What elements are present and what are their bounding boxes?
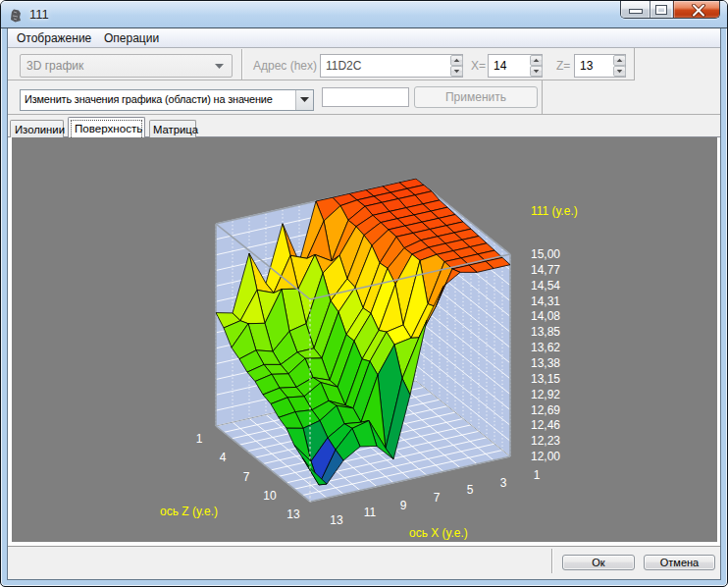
svg-text:3: 3	[500, 476, 507, 490]
svg-text:13: 13	[330, 513, 343, 527]
svg-text:1: 1	[196, 432, 203, 446]
svg-text:4: 4	[220, 451, 227, 464]
svg-text:14,77: 14,77	[531, 263, 560, 277]
svg-text:14,31: 14,31	[531, 294, 560, 308]
svg-text:7: 7	[243, 470, 250, 484]
svg-text:14,54: 14,54	[531, 279, 560, 293]
svg-text:13,15: 13,15	[531, 372, 560, 386]
svg-text:5: 5	[467, 483, 474, 497]
svg-text:7: 7	[434, 491, 441, 505]
svg-text:15,00: 15,00	[531, 247, 560, 261]
svg-text:12,23: 12,23	[531, 434, 560, 448]
svg-text:14,08: 14,08	[531, 309, 560, 323]
svg-text:ось X (у.е.): ось X (у.е.)	[409, 526, 468, 540]
svg-text:13,85: 13,85	[531, 325, 560, 339]
svg-text:12,69: 12,69	[531, 403, 560, 417]
svg-text:12,46: 12,46	[531, 418, 560, 432]
svg-text:12,92: 12,92	[531, 388, 560, 401]
svg-text:12,00: 12,00	[531, 450, 560, 463]
svg-text:ось Z (у.е.): ось Z (у.е.)	[160, 505, 218, 518]
svg-text:13,38: 13,38	[531, 356, 560, 370]
svg-text:111 (у.е.): 111 (у.е.)	[531, 204, 578, 218]
svg-text:1: 1	[534, 468, 541, 482]
svg-text:10: 10	[263, 489, 277, 503]
svg-text:11: 11	[364, 506, 377, 519]
svg-text:9: 9	[400, 499, 407, 512]
svg-text:13,62: 13,62	[531, 341, 560, 354]
svg-text:13: 13	[286, 507, 300, 521]
